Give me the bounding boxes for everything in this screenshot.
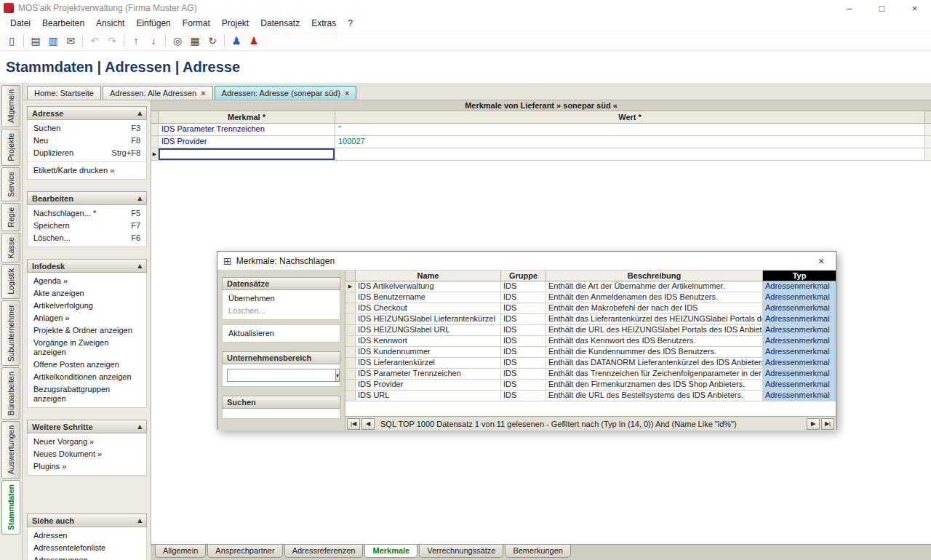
close-button[interactable]: × [898, 0, 931, 16]
sidebar-item[interactable]: Neu F8 [28, 135, 146, 147]
row-selector[interactable] [345, 314, 356, 324]
wert-cell[interactable]: " [335, 124, 925, 135]
refresh-icon[interactable]: ↻ [204, 33, 221, 49]
navigate-up-icon[interactable]: ↑ [127, 33, 145, 49]
sidebar-item[interactable]: Adressentelefonliste [28, 542, 146, 554]
bottom-tab[interactable]: Merkmale [364, 545, 417, 558]
section-header-infodesk[interactable]: Infodesk ▴ [27, 259, 147, 273]
module-tab[interactable]: Service [1, 167, 20, 201]
row-selector[interactable] [345, 325, 356, 335]
merkmal-cell[interactable]: IDS Provider [159, 136, 335, 148]
column-header-beschreibung[interactable]: Beschreibung [546, 271, 763, 281]
row-selector[interactable] [345, 336, 356, 346]
tab-home-startseite[interactable]: Home: Startseite [27, 86, 101, 100]
previous-record-button[interactable]: ◀ [361, 418, 375, 430]
table-row[interactable]: IDS Checkout IDS Enthält den Makrobefehl… [345, 303, 836, 314]
table-row[interactable]: IDS Parameter Trennzeichen IDS Enthält d… [345, 369, 836, 380]
sidebar-item[interactable]: Speichern F7 [28, 220, 146, 232]
row-selector[interactable] [345, 369, 356, 379]
wert-cell[interactable]: 100027 [335, 136, 925, 148]
sidebar-item-etikett-drucken[interactable]: Etikett/Karte drucken » [28, 164, 146, 177]
sidebar-item[interactable]: Projekte & Ordner anzeigen [28, 324, 146, 337]
module-tab[interactable]: Regie [1, 203, 20, 231]
section-header-adresse[interactable]: Adresse ▴ [27, 106, 147, 120]
bottom-tab[interactable]: Verrechnungssätze [419, 545, 503, 558]
last-record-button[interactable]: ▶| [821, 418, 834, 430]
sidebar-item[interactable]: Anlagen » [28, 312, 146, 324]
row-selector[interactable] [345, 391, 356, 401]
table-icon[interactable]: ▦ [186, 33, 204, 49]
sidebar-item[interactable]: Bezugsrabattgruppen anzeigen [28, 383, 146, 405]
table-row[interactable]: IDS Provider IDS Enthält den Firmenkurzn… [345, 380, 836, 391]
mail-icon[interactable]: ✉ [62, 33, 79, 49]
menu-item[interactable]: Einfügen [130, 17, 176, 30]
menu-item[interactable]: Datensatz [255, 17, 305, 30]
merkmal-cell-focused[interactable] [159, 148, 335, 160]
table-row[interactable]: IDS Lieferantenkürzel IDS Enthält das DA… [345, 358, 836, 369]
maximize-button[interactable]: □ [866, 0, 898, 16]
user-blue-icon[interactable]: ♟ [228, 33, 245, 49]
section-header-bearbeiten[interactable]: Bearbeiten ▴ [27, 191, 147, 205]
bottom-tab[interactable]: Allgemein [155, 545, 206, 558]
column-header-merkmal[interactable]: Merkmal * [159, 111, 335, 123]
user-red-icon[interactable]: ♟ [245, 33, 263, 49]
new-document-icon[interactable]: ▯ [3, 33, 20, 49]
menu-item[interactable]: Ansicht [90, 17, 130, 30]
current-row-marker[interactable]: ▶ [151, 148, 159, 160]
sidebar-item[interactable]: Löschen... F6 [28, 232, 146, 244]
dialog-close-button[interactable]: × [812, 255, 830, 267]
close-tab-icon[interactable]: × [201, 89, 205, 97]
aktualisieren-button[interactable]: Aktualisieren [223, 327, 340, 340]
sidebar-item[interactable]: Offene Posten anzeigen [28, 359, 146, 371]
bottom-tab[interactable]: Bemerkungen [505, 545, 571, 558]
sidebar-item[interactable]: Duplizieren Strg+F8 [28, 147, 146, 159]
column-header-gruppe[interactable]: Gruppe [501, 271, 546, 281]
row-selector[interactable] [345, 358, 356, 368]
tab-alle-adressen[interactable]: Adressen: Alle Adressen × [103, 86, 213, 100]
row-selector[interactable] [151, 136, 159, 148]
module-tab[interactable]: Auswertungen [1, 421, 20, 479]
module-tab[interactable]: Subunternehmer [1, 300, 20, 366]
row-selector[interactable] [345, 347, 356, 357]
row-selector[interactable] [345, 380, 356, 390]
sidebar-item[interactable]: Plugins » [28, 460, 146, 473]
unternehmensbereich-select[interactable] [227, 369, 336, 382]
module-tab[interactable]: Stammdaten [1, 480, 20, 535]
table-row[interactable]: IDS Kundennummer IDS Enthält die Kundenn… [345, 347, 836, 358]
section-header-siehe-auch[interactable]: Siehe auch ▴ [27, 513, 147, 527]
sidebar-item[interactable]: Suchen F3 [28, 122, 146, 135]
module-tab[interactable]: Allgemein [1, 85, 20, 127]
table-row[interactable]: ▶ IDS Artikelverwaltung IDS Enthält die … [345, 281, 836, 292]
first-record-button[interactable]: |◀ [347, 418, 360, 430]
menu-item[interactable]: Bearbeiten [36, 17, 90, 30]
minimize-button[interactable]: – [833, 0, 866, 16]
column-header-name[interactable]: Name [356, 271, 501, 281]
merkmal-cell[interactable]: IDS Parameter Trennzeichen [159, 124, 335, 135]
sidebar-item[interactable]: Neuer Vorgang » [28, 436, 146, 448]
menu-item[interactable]: Extras [305, 17, 342, 30]
column-header-typ[interactable]: Typ [763, 271, 836, 281]
wert-cell[interactable] [335, 148, 925, 160]
module-tab[interactable]: Kasse [1, 233, 20, 263]
navigate-down-icon[interactable]: ↓ [145, 33, 162, 49]
print-preview-icon[interactable]: ▥ [44, 33, 62, 49]
sidebar-item[interactable]: Agenda » [28, 275, 146, 287]
sidebar-item[interactable]: Nachschlagen... * F5 [28, 207, 146, 220]
menu-item[interactable]: ? [342, 17, 359, 30]
bottom-tab[interactable]: Adressreferenzen [284, 545, 364, 558]
sidebar-item[interactable]: Adressgruppen [28, 554, 146, 560]
table-row[interactable]: IDS URL IDS Enthält die URL des Bestells… [345, 391, 836, 401]
menu-item[interactable]: Projekt [216, 17, 255, 30]
uebernehmen-button[interactable]: Übernehmen [223, 292, 340, 305]
table-row[interactable]: IDS Benutzername IDS Enthält den Anmelde… [345, 292, 836, 303]
row-selector[interactable] [345, 292, 356, 303]
menu-item[interactable]: Datei [4, 17, 36, 30]
tab-adresse-sonepar-sued[interactable]: Adressen: Adresse (sonepar süd) × [215, 86, 357, 100]
sidebar-item[interactable]: Adressen [28, 529, 146, 542]
bottom-tab[interactable]: Ansprechpartner [207, 545, 282, 558]
sidebar-item[interactable]: Artikelverfolgung [28, 300, 146, 312]
close-tab-icon[interactable]: × [345, 89, 349, 97]
menu-item[interactable]: Format [177, 17, 216, 30]
table-row[interactable]: IDS HEIZUNGSlabel Lieferantenkürzel IDS … [345, 314, 836, 325]
sidebar-item[interactable]: Vorgänge in Zweigen anzeigen [28, 337, 146, 359]
